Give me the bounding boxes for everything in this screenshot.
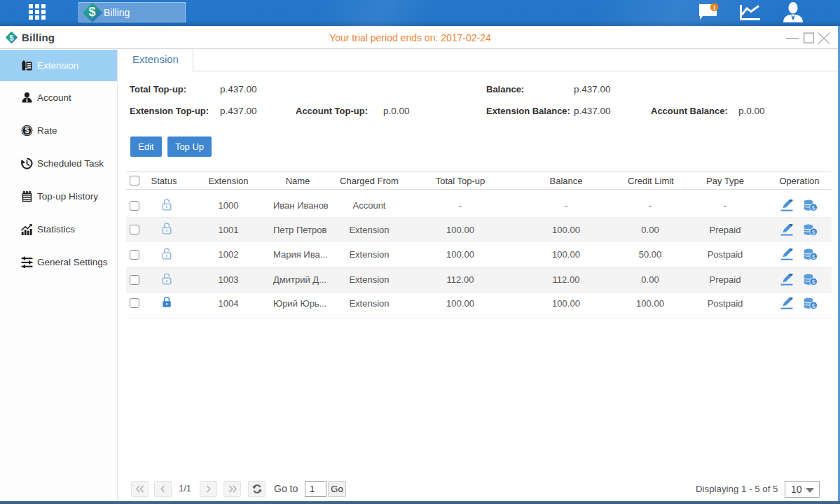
svg-text:$: $ — [25, 126, 29, 134]
svg-text:$: $ — [811, 301, 815, 309]
svg-text:$: $ — [811, 253, 815, 260]
svg-text:$: $ — [811, 204, 815, 211]
svg-text:!: ! — [713, 4, 715, 11]
svg-text:$: $ — [811, 278, 815, 286]
svg-text:$: $ — [811, 227, 815, 235]
